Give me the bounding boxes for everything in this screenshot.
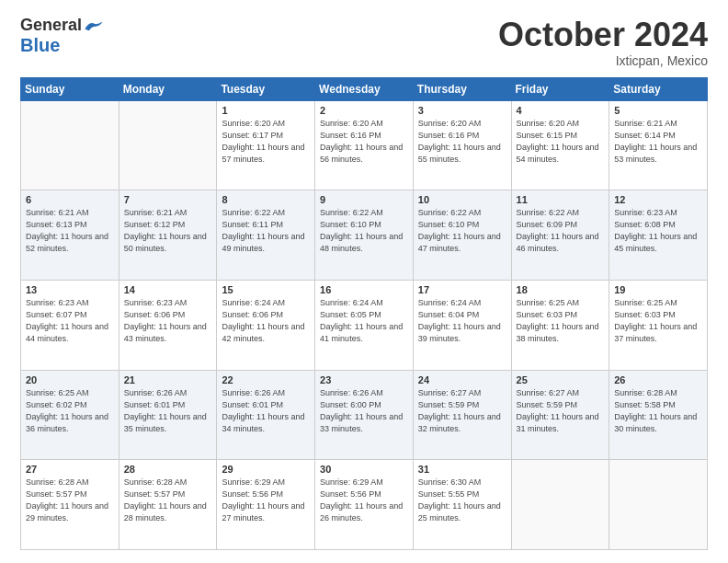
calendar-day: 24Sunrise: 6:27 AM Sunset: 5:59 PM Dayli…	[413, 370, 511, 460]
logo-bird-icon	[84, 19, 104, 32]
calendar-day: 31Sunrise: 6:30 AM Sunset: 5:55 PM Dayli…	[413, 460, 511, 550]
calendar-day: 7Sunrise: 6:21 AM Sunset: 6:12 PM Daylig…	[119, 190, 217, 281]
calendar-day	[119, 100, 217, 190]
calendar-day: 13Sunrise: 6:23 AM Sunset: 6:07 PM Dayli…	[21, 280, 119, 370]
day-number: 26	[614, 374, 702, 385]
day-info: Sunrise: 6:21 AM Sunset: 6:14 PM Dayligh…	[614, 118, 702, 166]
day-number: 29	[222, 464, 310, 475]
day-info: Sunrise: 6:28 AM Sunset: 5:57 PM Dayligh…	[26, 477, 114, 524]
calendar-day: 6Sunrise: 6:21 AM Sunset: 6:13 PM Daylig…	[21, 190, 119, 281]
day-number: 11	[517, 194, 605, 205]
day-info: Sunrise: 6:20 AM Sunset: 6:16 PM Dayligh…	[320, 118, 408, 166]
calendar-day: 15Sunrise: 6:24 AM Sunset: 6:06 PM Dayli…	[217, 280, 315, 370]
location: Ixticpan, Mexico	[498, 53, 708, 68]
calendar-day: 25Sunrise: 6:27 AM Sunset: 5:59 PM Dayli…	[511, 370, 609, 460]
calendar-day: 28Sunrise: 6:28 AM Sunset: 5:57 PM Dayli…	[119, 460, 217, 550]
calendar-day: 1Sunrise: 6:20 AM Sunset: 6:17 PM Daylig…	[217, 100, 315, 190]
calendar-day: 20Sunrise: 6:25 AM Sunset: 6:02 PM Dayli…	[21, 370, 119, 460]
day-info: Sunrise: 6:22 AM Sunset: 6:11 PM Dayligh…	[222, 207, 310, 255]
calendar-week-row: 6Sunrise: 6:21 AM Sunset: 6:13 PM Daylig…	[21, 190, 708, 281]
calendar-day: 27Sunrise: 6:28 AM Sunset: 5:57 PM Dayli…	[21, 460, 119, 550]
day-info: Sunrise: 6:20 AM Sunset: 6:16 PM Dayligh…	[418, 118, 506, 166]
calendar-day: 12Sunrise: 6:23 AM Sunset: 6:08 PM Dayli…	[609, 190, 708, 281]
calendar-day: 30Sunrise: 6:29 AM Sunset: 5:56 PM Dayli…	[315, 460, 414, 550]
day-info: Sunrise: 6:24 AM Sunset: 6:04 PM Dayligh…	[418, 297, 506, 345]
day-number: 9	[320, 194, 408, 205]
day-info: Sunrise: 6:23 AM Sunset: 6:07 PM Dayligh…	[26, 297, 114, 345]
calendar-day	[21, 100, 119, 190]
day-info: Sunrise: 6:28 AM Sunset: 5:57 PM Dayligh…	[124, 477, 212, 524]
day-info: Sunrise: 6:22 AM Sunset: 6:10 PM Dayligh…	[320, 207, 408, 255]
calendar-day: 11Sunrise: 6:22 AM Sunset: 6:09 PM Dayli…	[511, 190, 609, 281]
day-number: 6	[26, 194, 114, 205]
calendar-day: 8Sunrise: 6:22 AM Sunset: 6:11 PM Daylig…	[217, 190, 315, 281]
calendar-day: 9Sunrise: 6:22 AM Sunset: 6:10 PM Daylig…	[315, 190, 414, 281]
day-info: Sunrise: 6:20 AM Sunset: 6:15 PM Dayligh…	[517, 118, 605, 166]
day-number: 21	[124, 374, 212, 385]
day-number: 12	[614, 194, 702, 205]
day-info: Sunrise: 6:26 AM Sunset: 6:01 PM Dayligh…	[222, 387, 310, 435]
calendar-table: Sunday Monday Tuesday Wednesday Thursday…	[20, 77, 708, 550]
calendar-day: 21Sunrise: 6:26 AM Sunset: 6:01 PM Dayli…	[119, 370, 217, 460]
day-info: Sunrise: 6:25 AM Sunset: 6:02 PM Dayligh…	[26, 387, 114, 435]
calendar-day: 19Sunrise: 6:25 AM Sunset: 6:03 PM Dayli…	[609, 280, 708, 370]
calendar-day: 5Sunrise: 6:21 AM Sunset: 6:14 PM Daylig…	[609, 100, 708, 190]
calendar-day	[609, 460, 708, 550]
day-number: 13	[26, 284, 114, 295]
calendar-week-row: 1Sunrise: 6:20 AM Sunset: 6:17 PM Daylig…	[21, 100, 708, 190]
day-number: 4	[517, 105, 605, 116]
day-number: 19	[614, 284, 702, 295]
calendar-day: 3Sunrise: 6:20 AM Sunset: 6:16 PM Daylig…	[413, 100, 511, 190]
logo: General Blue	[20, 17, 104, 55]
day-number: 31	[418, 464, 506, 475]
col-sunday: Sunday	[21, 77, 119, 100]
day-number: 20	[26, 374, 114, 385]
calendar-day: 22Sunrise: 6:26 AM Sunset: 6:01 PM Dayli…	[217, 370, 315, 460]
logo-text: General	[20, 17, 104, 35]
day-number: 7	[124, 194, 212, 205]
day-number: 22	[222, 374, 310, 385]
calendar-day: 16Sunrise: 6:24 AM Sunset: 6:05 PM Dayli…	[315, 280, 414, 370]
day-number: 2	[320, 105, 408, 116]
day-info: Sunrise: 6:27 AM Sunset: 5:59 PM Dayligh…	[418, 387, 506, 435]
calendar-day: 17Sunrise: 6:24 AM Sunset: 6:04 PM Dayli…	[413, 280, 511, 370]
day-info: Sunrise: 6:29 AM Sunset: 5:56 PM Dayligh…	[222, 477, 310, 524]
calendar-week-row: 20Sunrise: 6:25 AM Sunset: 6:02 PM Dayli…	[21, 370, 708, 460]
day-number: 24	[418, 374, 506, 385]
calendar-week-row: 13Sunrise: 6:23 AM Sunset: 6:07 PM Dayli…	[21, 280, 708, 370]
day-number: 27	[26, 464, 114, 475]
day-number: 5	[614, 105, 702, 116]
col-monday: Monday	[119, 77, 217, 100]
day-info: Sunrise: 6:27 AM Sunset: 5:59 PM Dayligh…	[517, 387, 605, 435]
col-wednesday: Wednesday	[315, 77, 414, 100]
day-info: Sunrise: 6:22 AM Sunset: 6:10 PM Dayligh…	[418, 207, 506, 255]
day-number: 8	[222, 194, 310, 205]
day-info: Sunrise: 6:20 AM Sunset: 6:17 PM Dayligh…	[222, 118, 310, 166]
logo-general: General	[20, 16, 82, 34]
day-number: 1	[222, 105, 310, 116]
calendar-day: 4Sunrise: 6:20 AM Sunset: 6:15 PM Daylig…	[511, 100, 609, 190]
day-info: Sunrise: 6:30 AM Sunset: 5:55 PM Dayligh…	[418, 477, 506, 524]
day-number: 15	[222, 284, 310, 295]
calendar-day: 18Sunrise: 6:25 AM Sunset: 6:03 PM Dayli…	[511, 280, 609, 370]
col-tuesday: Tuesday	[217, 77, 315, 100]
day-number: 10	[418, 194, 506, 205]
calendar-day: 10Sunrise: 6:22 AM Sunset: 6:10 PM Dayli…	[413, 190, 511, 281]
day-info: Sunrise: 6:23 AM Sunset: 6:08 PM Dayligh…	[614, 207, 702, 255]
calendar-day: 2Sunrise: 6:20 AM Sunset: 6:16 PM Daylig…	[315, 100, 414, 190]
day-info: Sunrise: 6:26 AM Sunset: 6:01 PM Dayligh…	[124, 387, 212, 435]
day-info: Sunrise: 6:28 AM Sunset: 5:58 PM Dayligh…	[614, 387, 702, 435]
calendar-day: 29Sunrise: 6:29 AM Sunset: 5:56 PM Dayli…	[217, 460, 315, 550]
title-block: October 2024 Ixticpan, Mexico	[498, 17, 708, 68]
calendar-day: 26Sunrise: 6:28 AM Sunset: 5:58 PM Dayli…	[609, 370, 708, 460]
day-info: Sunrise: 6:25 AM Sunset: 6:03 PM Dayligh…	[614, 297, 702, 345]
calendar-week-row: 27Sunrise: 6:28 AM Sunset: 5:57 PM Dayli…	[21, 460, 708, 550]
calendar-day	[511, 460, 609, 550]
day-info: Sunrise: 6:24 AM Sunset: 6:05 PM Dayligh…	[320, 297, 408, 345]
calendar-day: 23Sunrise: 6:26 AM Sunset: 6:00 PM Dayli…	[315, 370, 414, 460]
day-info: Sunrise: 6:21 AM Sunset: 6:13 PM Dayligh…	[26, 207, 114, 255]
day-number: 16	[320, 284, 408, 295]
page: General Blue October 2024 Ixticpan, Mexi…	[0, 0, 728, 563]
month-title: October 2024	[498, 17, 708, 53]
day-number: 30	[320, 464, 408, 475]
